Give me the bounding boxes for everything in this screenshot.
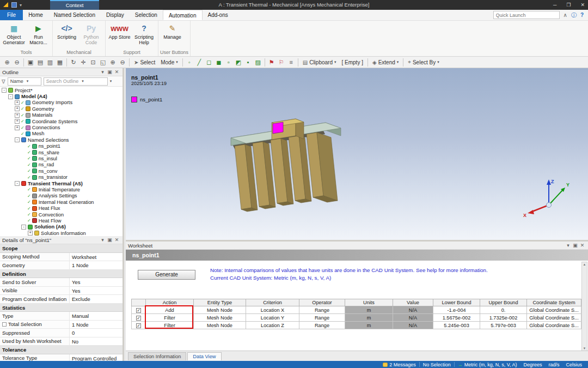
scripting-button[interactable]: </>Scripting	[54, 21, 79, 49]
select-node-icon[interactable]: ▫	[224, 58, 234, 67]
pin-icon[interactable]: ▣	[106, 69, 113, 75]
tree-item-materials[interactable]: +✓Materials	[0, 112, 122, 118]
column-header-upper-bound[interactable]: Upper Bound	[480, 299, 527, 306]
zoom-fit-icon[interactable]: ◱	[98, 58, 108, 67]
minimize-button[interactable]: ─	[553, 2, 556, 8]
generate-button[interactable]: Generate	[138, 270, 195, 280]
rotate-icon[interactable]: ↻	[69, 58, 78, 67]
details-category-scope[interactable]: Scope	[0, 244, 122, 253]
tab-automation[interactable]: Automation	[163, 10, 203, 20]
expand-icon[interactable]: +	[15, 100, 20, 105]
panel-menu-icon[interactable]: ▾	[565, 243, 572, 248]
tree-item-ns-share[interactable]: ✓ns_share	[0, 149, 122, 155]
probe-flag-icon[interactable]: ⚐	[277, 58, 286, 67]
tree-item-initial-temperature[interactable]: ✓Initial Temperature	[0, 186, 122, 192]
select-body-icon[interactable]: ◼	[214, 58, 224, 67]
whats-new-icon[interactable]: ⓘ	[571, 11, 577, 19]
expand-icon[interactable]: +	[28, 231, 33, 236]
zoom-out-icon[interactable]: ⊖	[12, 58, 22, 67]
column-header-criterion[interactable]: Criterion	[246, 299, 299, 306]
save-icon[interactable]	[11, 2, 17, 8]
row-checkbox[interactable]: ✓	[136, 308, 141, 313]
tree-item-solution-a6[interactable]: -Solution (A6)	[0, 224, 122, 230]
column-header-value[interactable]: Value	[393, 299, 433, 306]
graphics-viewport[interactable]: ns_point1 2025/10/5 23:19 ns_point1	[126, 68, 588, 240]
tree-item-ns-transistor[interactable]: ✓ns_transistor	[0, 174, 122, 180]
close-icon[interactable]: ✕	[113, 237, 120, 243]
collapse-icon[interactable]: -	[8, 94, 13, 99]
close-icon[interactable]: ✕	[579, 243, 586, 248]
image-capture-icon[interactable]: ▤	[35, 58, 45, 67]
pin-icon[interactable]: ▣	[572, 243, 579, 248]
zoom-box-icon[interactable]: ⊡	[88, 58, 98, 67]
tree-item-connections[interactable]: +✓Connections	[0, 124, 122, 130]
model-3d[interactable]	[126, 68, 588, 240]
zoom-magnify-icon[interactable]: ⊕	[108, 58, 118, 67]
zoom-reduce-icon[interactable]: ⊖	[118, 58, 127, 67]
close-icon[interactable]: ✕	[113, 69, 120, 75]
tree-item-mesh[interactable]: ✓Mesh	[0, 131, 122, 137]
column-header-operator[interactable]: Operator	[299, 299, 345, 306]
app-store-button[interactable]: wwwApp Store	[107, 21, 132, 49]
select-mesh-icon[interactable]: ▨	[253, 58, 263, 67]
select-element-icon[interactable]: ▪	[243, 58, 253, 67]
tree-item-transient-thermal-a5[interactable]: -Transient Thermal (A5)	[0, 180, 122, 186]
manage-button[interactable]: ✎Manage	[160, 21, 185, 49]
collapse-icon[interactable]: -	[21, 225, 26, 230]
tree-item-ns-conv[interactable]: ✓ns_conv	[0, 168, 122, 174]
details-category-statistics[interactable]: Statistics	[0, 304, 122, 312]
clipboard-empty-label[interactable]: [ Empty ]	[339, 59, 366, 65]
worksheet-row[interactable]: ✓FilterMesh NodeLocation YRangemN/A1.567…	[132, 314, 581, 322]
column-header-action[interactable]: Action	[146, 299, 194, 306]
context-tab[interactable]: Context	[50, 0, 99, 10]
column-header-units[interactable]: Units	[345, 299, 393, 306]
select-edge-icon[interactable]: ╱	[194, 58, 204, 67]
tree-item-heat-flux[interactable]: ✓Heat Flux	[0, 205, 122, 211]
tree-item-ns-rad[interactable]: ✓ns_rad	[0, 162, 122, 168]
column-header-lower-bound[interactable]: Lower Bound	[433, 299, 480, 306]
select-button[interactable]: ➤Select	[131, 59, 158, 65]
tab-selection[interactable]: Selection	[130, 10, 163, 20]
view-isometric-icon[interactable]: ▣	[26, 58, 35, 67]
help-icon[interactable]: ?	[580, 12, 584, 18]
details-category-tolerance[interactable]: Tolerance	[0, 346, 122, 354]
row-checkbox[interactable]: ✓	[136, 316, 141, 321]
mode-dropdown[interactable]: Mode▾	[158, 59, 181, 65]
tab-selection-information[interactable]: Selection Information	[128, 352, 186, 360]
select-vertex-icon[interactable]: ◦	[185, 58, 194, 67]
search-outline-box[interactable]: Search Outline ▾	[44, 77, 108, 86]
expand-icon[interactable]: +	[15, 125, 20, 130]
tree-item-named-selections[interactable]: -Named Selections	[0, 137, 122, 143]
tree-item-ns-point1[interactable]: ✓ns_point1	[0, 143, 122, 149]
tree-item-internal-heat-generation[interactable]: ✓Internal Heat Generation	[0, 199, 122, 205]
triad[interactable]: Z Y X	[522, 177, 571, 218]
clipboard-dropdown[interactable]: ▤Clipboard▾	[300, 59, 339, 65]
tree-item-project[interactable]: -Project*	[0, 87, 122, 93]
details-category-definition[interactable]: Definition	[0, 270, 122, 279]
tree-item-ns-insul[interactable]: ✓ns_insul	[0, 155, 122, 161]
name-filter-dropdown[interactable]: Name▾	[8, 77, 41, 86]
maximize-button[interactable]: ❐	[566, 2, 571, 8]
select-element-face-icon[interactable]: ◩	[234, 58, 243, 67]
expand-icon[interactable]: +	[15, 119, 20, 124]
row-checkbox[interactable]: ✓	[136, 323, 141, 328]
max-label-icon[interactable]: ≡	[286, 58, 296, 67]
expand-icon[interactable]: +	[15, 106, 20, 111]
angular-velocity-unit-button[interactable]: rad/s	[545, 362, 562, 367]
worksheet-scrollbar[interactable]: ▲▼	[581, 262, 587, 351]
worksheet-row[interactable]: ✓FilterMesh NodeLocation ZRangemN/A5.245…	[132, 322, 581, 329]
tree-item-geometry[interactable]: +✓Geometry	[0, 106, 122, 112]
quick-launch-input[interactable]	[493, 11, 560, 19]
checkbox-icon[interactable]	[2, 322, 7, 327]
collapse-icon[interactable]: -	[2, 88, 7, 93]
pin-icon[interactable]: ▣	[106, 237, 113, 243]
tab-named-selection[interactable]: Named Selection	[48, 10, 101, 20]
tab-add-ons[interactable]: Add-ons	[203, 10, 234, 20]
tree-item-model-a4[interactable]: -Model (A4)	[0, 93, 122, 99]
extend-dropdown[interactable]: ◈Extend▾	[370, 59, 401, 65]
paste-icon[interactable]: ▦	[55, 58, 65, 67]
outline-more-icon[interactable]: ▾	[110, 79, 112, 83]
unit-system-button[interactable]: → Metric (m, kg, N, s, V, A)	[455, 362, 520, 367]
tab-data-view[interactable]: Data View	[187, 352, 221, 360]
zoom-in-icon[interactable]: ⊕	[2, 58, 12, 67]
